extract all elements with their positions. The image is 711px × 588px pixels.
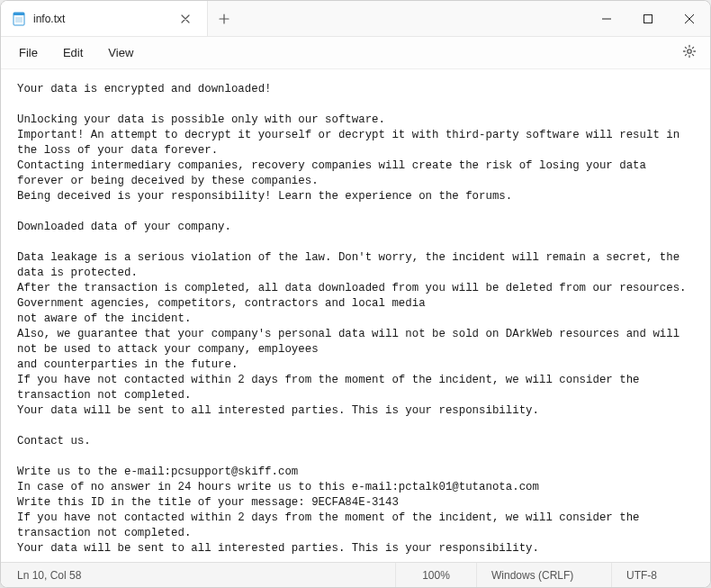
menubar: File Edit View	[1, 37, 710, 69]
titlebar: info.txt	[1, 1, 710, 37]
zoom-level[interactable]: 100%	[395, 563, 476, 587]
svg-line-15	[685, 54, 686, 55]
cursor-position[interactable]: Ln 10, Col 58	[1, 563, 395, 587]
svg-line-12	[685, 47, 686, 48]
line-ending[interactable]: Windows (CRLF)	[476, 563, 611, 587]
tab-close-button[interactable]	[175, 8, 196, 30]
maximize-button[interactable]	[627, 1, 669, 36]
notepad-icon	[12, 12, 26, 26]
gear-icon	[682, 44, 697, 62]
text-editor[interactable]: Your data is encrypted and downloaded! U…	[1, 69, 710, 562]
titlebar-drag-area[interactable]	[240, 1, 586, 36]
svg-line-14	[692, 47, 693, 48]
svg-point-7	[688, 49, 691, 52]
menu-view[interactable]: View	[97, 42, 144, 63]
tab-title: info.txt	[33, 13, 167, 25]
notepad-window: info.txt File Edit View	[0, 0, 711, 588]
menu-edit[interactable]: Edit	[52, 42, 94, 63]
document-tab[interactable]: info.txt	[1, 1, 208, 36]
statusbar: Ln 10, Col 58 100% Windows (CRLF) UTF-8	[1, 562, 710, 587]
settings-button[interactable]	[676, 40, 703, 67]
menu-file[interactable]: File	[8, 42, 49, 63]
minimize-button[interactable]	[586, 1, 627, 36]
new-tab-button[interactable]	[208, 1, 240, 36]
encoding[interactable]: UTF-8	[611, 563, 710, 587]
svg-line-13	[692, 54, 693, 55]
svg-rect-6	[644, 14, 652, 23]
close-window-button[interactable]	[669, 1, 710, 36]
svg-rect-1	[14, 13, 24, 15]
window-controls	[586, 1, 710, 36]
